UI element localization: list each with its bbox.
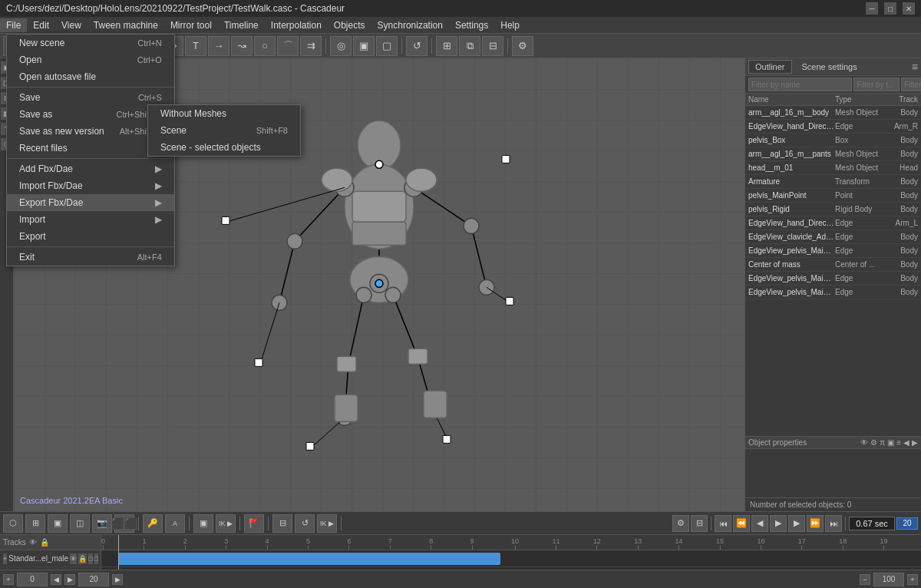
- transport-play[interactable]: ▶: [770, 515, 787, 532]
- panel-menu-icon[interactable]: ≡: [912, 61, 918, 73]
- menu-settings[interactable]: Settings: [449, 18, 494, 32]
- toolbar-btn-arc[interactable]: ⌒: [277, 36, 299, 56]
- tl-btn-camera[interactable]: 📷: [92, 514, 112, 533]
- transport-next-key[interactable]: ⏭: [825, 515, 842, 532]
- toolbar-btn-spin[interactable]: ↺: [406, 36, 427, 56]
- menu-objects[interactable]: Objects: [328, 18, 371, 32]
- filter-track-input[interactable]: [901, 78, 921, 91]
- menu-open-autosave[interactable]: Open autosave file: [7, 68, 174, 85]
- footer-prev-btn[interactable]: ◀: [51, 574, 61, 585]
- menu-mirror[interactable]: Mirror tool: [164, 18, 218, 32]
- prop-icon-eye[interactable]: 👁: [860, 438, 868, 447]
- transport-prev-frame[interactable]: ⏪: [733, 515, 750, 532]
- tracks-eye-icon[interactable]: 👁: [29, 538, 37, 547]
- tl-btn-flag[interactable]: 🚩: [244, 514, 264, 533]
- transport-next-frame[interactable]: ⏩: [807, 515, 824, 532]
- outliner-row[interactable]: EdgeView_hand_DirectionPoint_r<-... Edge…: [745, 120, 921, 134]
- outliner-row[interactable]: EdgeView_pelvis_MainPoint<>pelv... Edge …: [745, 272, 921, 286]
- toolbar-btn-mirror[interactable]: ⊟: [482, 36, 503, 56]
- menu-interpolation[interactable]: Interpolation: [265, 18, 328, 32]
- submenu-without-meshes[interactable]: Without Meshes: [148, 105, 300, 122]
- footer-frame-start[interactable]: [17, 573, 48, 586]
- tl-btn-record[interactable]: ⊟: [272, 514, 292, 533]
- outliner-row[interactable]: pelvis_MainPoint Point Body: [745, 189, 921, 203]
- outliner-row[interactable]: EdgeView_hand_DirectionPoint_l<-... Edge…: [745, 216, 921, 230]
- track-lock-btn[interactable]: 🔒: [78, 553, 87, 564]
- filter-type-input[interactable]: [853, 78, 900, 91]
- submenu-scene-selected[interactable]: Scene - selected objects: [148, 139, 300, 156]
- toolbar-btn-T[interactable]: T: [185, 36, 206, 56]
- toolbar-btn-grid[interactable]: ⊞: [436, 36, 457, 56]
- toolbar-btn-clone[interactable]: ⧉: [459, 36, 480, 56]
- menu-exit[interactable]: ExitAlt+F4: [7, 249, 174, 266]
- footer-zoom-down[interactable]: −: [860, 574, 870, 585]
- transport-step-fwd[interactable]: ▶: [788, 515, 805, 532]
- tl-frame-input[interactable]: [896, 517, 918, 530]
- tab-scene-settings[interactable]: Scene settings: [795, 60, 864, 74]
- tl-btn-3[interactable]: ▣: [48, 514, 68, 533]
- minimize-button[interactable]: ─: [866, 2, 878, 15]
- menu-import-fbx[interactable]: Import Fbx/Dae▶: [7, 177, 174, 194]
- menu-help[interactable]: Help: [494, 18, 526, 32]
- menu-open[interactable]: OpenCtrl+O: [7, 51, 174, 68]
- menu-export[interactable]: Export: [7, 228, 174, 245]
- tl-btn-4[interactable]: ◫: [70, 514, 90, 533]
- transport-step-back[interactable]: ◀: [751, 515, 768, 532]
- menu-view[interactable]: View: [55, 18, 87, 32]
- track-check2-btn[interactable]: □: [94, 553, 98, 564]
- prop-icon-pi[interactable]: π: [880, 438, 885, 447]
- menu-import[interactable]: Import▶: [7, 211, 174, 228]
- tl-btn-ik2[interactable]: IK ▶: [317, 514, 337, 533]
- menu-export-fbx[interactable]: Export Fbx/Dae▶: [7, 194, 174, 211]
- footer-frame-max[interactable]: [873, 573, 904, 586]
- prop-icon-arr-right[interactable]: ▶: [912, 438, 918, 447]
- track-check-btn[interactable]: □: [88, 553, 92, 564]
- prop-icon-img[interactable]: ▣: [887, 438, 894, 447]
- tl-btn-2[interactable]: ⊞: [25, 514, 45, 533]
- menu-tween[interactable]: Tween machine: [87, 18, 164, 32]
- menu-new-scene[interactable]: New sceneCtrl+N: [7, 35, 174, 51]
- menu-save[interactable]: SaveCtrl+S: [7, 89, 174, 106]
- toolbar-btn-run[interactable]: ⇉: [300, 36, 322, 56]
- track-timeline-row[interactable]: [101, 550, 921, 567]
- tl-btn-key[interactable]: 🔑: [143, 514, 163, 533]
- toolbar-btn-circle[interactable]: ○: [254, 36, 276, 56]
- footer-zoom-up[interactable]: +: [907, 574, 918, 585]
- outliner-row[interactable]: EdgeView_pelvis_MainPoint<->sto... Edge …: [745, 244, 921, 258]
- transport-settings[interactable]: ⚙: [672, 515, 689, 532]
- tl-btn-ik[interactable]: IK ▶: [216, 514, 236, 533]
- transport-prev-key[interactable]: ⏮: [715, 515, 731, 532]
- tracks-timeline-col[interactable]: 01234567891011121314151617181920: [101, 535, 921, 570]
- footer-next-btn[interactable]: ▶: [64, 574, 75, 585]
- tl-btn-1[interactable]: ⬡: [3, 514, 23, 533]
- outliner-row[interactable]: EdgeView_pelvis_MainPoint<>thig... Edge …: [745, 286, 921, 299]
- footer-end-next-btn[interactable]: ▶: [112, 574, 123, 585]
- submenu-scene[interactable]: SceneShift+F8: [148, 122, 300, 139]
- menu-file[interactable]: File: [0, 18, 27, 32]
- outliner-row[interactable]: head__m_01 Mesh Object Head: [745, 161, 921, 175]
- menu-timeline[interactable]: Timeline: [218, 18, 265, 32]
- outliner-row[interactable]: Armature Transform Body: [745, 175, 921, 189]
- track-eye-btn[interactable]: 👁: [70, 553, 77, 564]
- tl-btn-loop[interactable]: ↺: [295, 514, 315, 533]
- outliner-row[interactable]: arm__agl_16_m__body Mesh Object Body: [745, 106, 921, 120]
- tab-outliner[interactable]: Outliner: [748, 60, 792, 74]
- tl-btn-A[interactable]: A: [165, 514, 185, 533]
- toolbar-btn-arrow3[interactable]: ↝: [231, 36, 253, 56]
- outliner-row[interactable]: EdgeView_clavicle_AdditionalPoint... Edg…: [745, 230, 921, 244]
- outliner-row[interactable]: Center of mass Center of ... Body: [745, 258, 921, 272]
- prop-icon-arr-left[interactable]: ◀: [903, 438, 909, 447]
- transport-mirror[interactable]: ⊟: [691, 515, 708, 532]
- tl-btn-frame[interactable]: ▣: [193, 514, 213, 533]
- toolbar-btn-vid[interactable]: ▣: [353, 36, 375, 56]
- outliner-row[interactable]: pelvis_Box Box Body: [745, 134, 921, 147]
- toolbar-btn-camera[interactable]: ◎: [330, 36, 352, 56]
- footer-add-btn[interactable]: +: [3, 574, 14, 585]
- maximize-button[interactable]: □: [884, 2, 896, 15]
- footer-frame-end[interactable]: [78, 573, 109, 586]
- menu-edit[interactable]: Edit: [27, 18, 55, 32]
- toolbar-btn-gear[interactable]: ⚙: [512, 36, 533, 56]
- tl-btn-bars[interactable]: ⬛⬛: [114, 514, 134, 533]
- toolbar-btn-arrow2[interactable]: →: [208, 36, 229, 56]
- prop-icon-list[interactable]: ≡: [896, 438, 901, 447]
